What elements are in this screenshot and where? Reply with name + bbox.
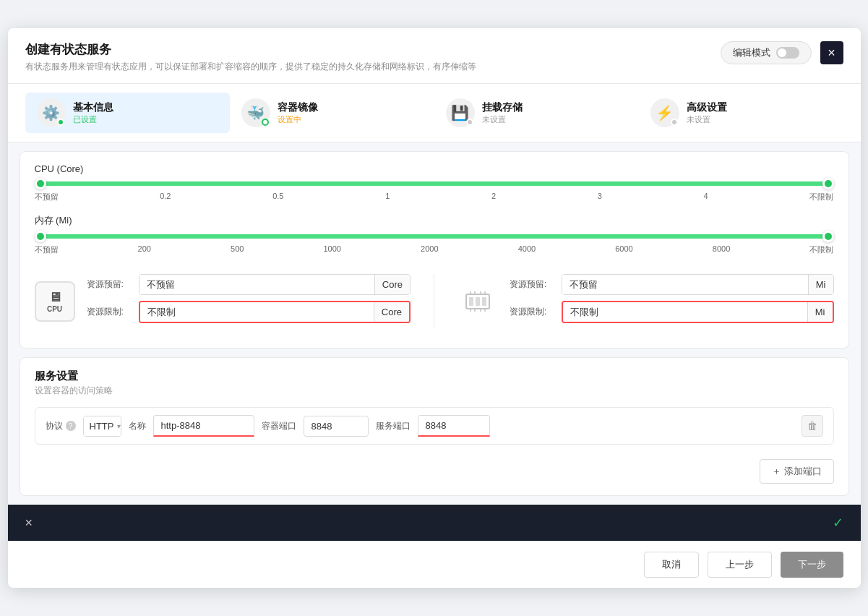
memory-reserve-unit: Mi [808,275,833,294]
step-status-basic [57,119,64,126]
memory-slider-labels: 不预留 200 500 1000 2000 4000 6000 8000 不限制 [35,244,834,255]
bottom-close-icon: × [25,516,33,530]
memory-slider-thumb-left[interactable] [35,231,46,242]
modal-body: CPU (Core) 不预留 0.2 0.5 1 2 3 4 不限制 [8,142,861,541]
step-sublabel-image: 设置中 [278,114,318,125]
bottom-bar-confirm-button[interactable]: ✓ [833,515,843,531]
step-label-basic: 基本信息 [73,101,113,114]
service-settings-desc: 设置容器的访问策略 [35,385,834,397]
step-text-storage: 挂载存储 未设置 [482,101,523,125]
step-item-advanced[interactable]: ⚡ 高级设置 未设置 [639,93,843,133]
step-status-image [262,119,269,126]
delete-port-button[interactable]: 🗑 [802,415,823,437]
next-step-button[interactable]: 下一步 [781,552,843,578]
cpu-slider-group: CPU (Core) 不预留 0.2 0.5 1 2 3 4 不限制 [35,163,834,202]
cpu-label-1: 0.2 [160,192,171,202]
protocol-help-icon[interactable]: ? [66,421,76,431]
mem-label-0: 不预留 [35,244,59,255]
memory-reserve-input[interactable] [562,275,808,294]
protocol-select-wrap: HTTP TCP UDP ▾ [83,416,121,437]
step-icon-advanced-symbol: ⚡ [656,104,674,121]
cancel-button[interactable]: 取消 [644,552,699,578]
step-sublabel-storage: 未设置 [482,114,523,125]
protocol-select[interactable]: HTTP TCP UDP [84,416,121,436]
bottom-confirm-icon: ✓ [833,516,843,530]
service-port-label: 服务端口 [376,420,411,432]
cpu-limit-input-wrap: Core [139,301,411,323]
cpu-slider-thumb-right[interactable] [822,178,834,189]
service-settings-section: 服务设置 设置容器的访问策略 协议 ? HTTP TCP UDP ▾ [20,357,849,496]
cpu-resource-col: 🖥 CPU 资源预留: Core 资源限制: [35,274,411,329]
step-icon-storage-symbol: 💾 [451,104,469,121]
port-row: 协议 ? HTTP TCP UDP ▾ 名称 容器端口 [35,407,834,445]
add-port-button[interactable]: ＋ 添加端口 [760,459,834,484]
edit-mode-toggle[interactable] [776,47,799,59]
cpu-limit-row: 资源限制: Core [87,301,411,323]
memory-reserve-row: 资源预留: Mi [510,274,834,295]
mem-label-3: 1000 [324,244,341,255]
mem-label-8: 不限制 [809,244,833,255]
step-icon-basic: ⚙️ [37,98,66,127]
edit-mode-button[interactable]: 编辑模式 [721,41,812,64]
step-sublabel-advanced: 未设置 [687,114,727,125]
cpu-label-6: 4 [704,192,708,202]
modal-description: 有状态服务用来管理有状态应用，可以保证部署和扩容缩容的顺序，提供了稳定的持久化存… [25,61,476,73]
svg-rect-1 [469,297,473,306]
cpu-label-0: 不预留 [35,192,59,202]
service-port-input[interactable] [418,415,490,437]
memory-resource-col: 资源预留: Mi 资源限制: Mi [457,274,834,329]
step-item-image[interactable]: 🐳 容器镜像 设置中 [230,93,434,133]
bottom-bar-close-button[interactable]: × [25,516,33,531]
cpu-label-4: 2 [491,192,496,202]
memory-slider-track [35,234,834,239]
step-icon-advanced: ⚡ [650,98,679,127]
resource-fields-row: 🖥 CPU 资源预留: Core 资源限制: [35,267,834,336]
service-settings-title: 服务设置 [35,369,834,383]
name-input[interactable] [153,415,254,437]
step-item-storage[interactable]: 💾 挂载存储 未设置 [434,93,639,133]
svg-rect-2 [476,297,480,306]
cpu-label-3: 1 [385,192,390,202]
plus-icon: ＋ [772,465,781,478]
add-port-label: 添加端口 [784,465,822,478]
mem-label-6: 6000 [615,244,632,255]
mem-label-1: 200 [138,244,151,255]
memory-limit-label: 资源限制: [510,306,556,318]
memory-reserve-label: 资源预留: [510,278,556,291]
step-sublabel-basic: 已设置 [73,114,113,125]
cpu-slider-thumb-left[interactable] [35,178,46,189]
modal-container: 创建有状态服务 有状态服务用来管理有状态应用，可以保证部署和扩容缩容的顺序，提供… [8,28,861,588]
mem-label-4: 2000 [421,244,438,255]
cpu-limit-label: 资源限制: [87,306,133,318]
memory-slider-container[interactable] [35,234,834,239]
mem-label-7: 8000 [713,244,730,255]
step-status-advanced [671,119,678,126]
cpu-reserve-unit: Core [374,275,410,294]
steps-bar: ⚙️ 基本信息 已设置 🐳 容器镜像 设置中 💾 [8,84,861,142]
close-button[interactable]: × [820,41,843,64]
modal-title: 创建有状态服务 [25,41,476,58]
memory-slider-thumb-right[interactable] [822,231,834,242]
cpu-reserve-input[interactable] [139,275,374,294]
mem-label-5: 4000 [518,244,536,255]
memory-limit-input[interactable] [563,302,807,322]
cpu-icon: 🖥 CPU [35,281,75,322]
cpu-label-7: 不限制 [809,192,833,202]
step-icon-storage: 💾 [446,98,475,127]
step-label-storage: 挂载存储 [482,101,523,114]
memory-limit-input-wrap: Mi [562,301,834,323]
trash-icon: 🗑 [807,420,817,432]
cpu-reserve-input-wrap: Core [139,274,411,295]
header-left: 创建有状态服务 有状态服务用来管理有状态应用，可以保证部署和扩容缩容的顺序，提供… [25,41,476,73]
container-port-input[interactable] [304,416,369,437]
step-label-advanced: 高级设置 [687,101,727,114]
cpu-slider-container[interactable] [35,181,834,186]
step-item-basic[interactable]: ⚙️ 基本信息 已设置 [25,93,230,133]
memory-slider-group: 内存 (Mi) 不预留 200 500 1000 2000 4000 6000 … [35,214,834,255]
resource-divider [434,274,434,329]
cpu-label-2: 0.5 [272,192,283,202]
cpu-limit-input[interactable] [140,302,374,322]
prev-step-button[interactable]: 上一步 [708,552,772,578]
step-text-basic: 基本信息 已设置 [73,101,113,125]
memory-icon [457,281,498,322]
